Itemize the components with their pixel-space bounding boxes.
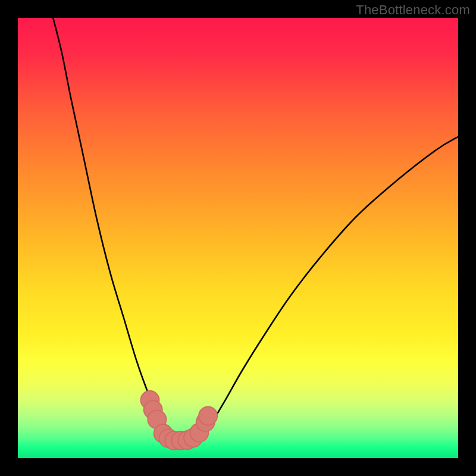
left-curve (53, 18, 183, 441)
valley-markers (140, 391, 217, 450)
plot-area (18, 18, 458, 458)
watermark-text: TheBottleneck.com (356, 2, 470, 18)
curve-layer (18, 18, 458, 458)
marker-dot (199, 406, 217, 425)
right-curve (183, 137, 459, 441)
chart-frame: TheBottleneck.com (0, 0, 476, 476)
